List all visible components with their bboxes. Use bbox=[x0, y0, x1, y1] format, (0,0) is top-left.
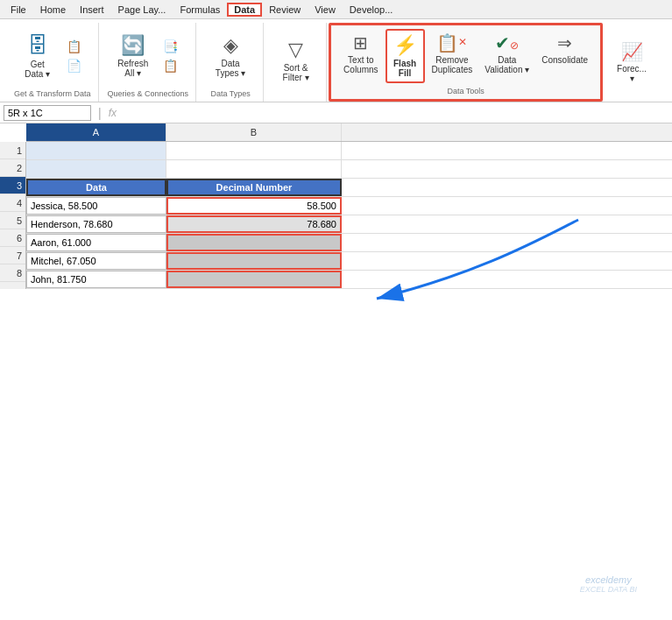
menu-insert[interactable]: Insert bbox=[73, 3, 111, 17]
filter-icon: ▽ bbox=[288, 39, 303, 61]
menu-developer[interactable]: Develop... bbox=[343, 3, 400, 17]
refresh-all-button[interactable]: 🔄 RefreshAll ▾ bbox=[112, 31, 153, 81]
fx-label: fx bbox=[109, 107, 117, 119]
row-header-1: 1 bbox=[0, 142, 25, 159]
text-to-columns-label: Text toColumns bbox=[343, 55, 378, 74]
cell-a3-header[interactable]: Data bbox=[26, 179, 166, 196]
grid-cells: Data Decimal Number Jessica, 58.500 58.5… bbox=[26, 142, 672, 289]
properties-icon: 📋 bbox=[163, 59, 178, 73]
row-header-3: 3 bbox=[0, 177, 25, 194]
ribbon-group-data-tools: ⊞ Text toColumns ⚡ FlashFill 📋✕ RemoveDu… bbox=[329, 23, 603, 102]
data-validation-button[interactable]: ✔⊘ DataValidation ▾ bbox=[479, 29, 534, 78]
cell-a8[interactable]: John, 81.750 bbox=[26, 271, 166, 288]
col-header-a: A bbox=[26, 123, 166, 141]
row-header-8: 8 bbox=[0, 264, 25, 282]
flash-fill-button[interactable]: ⚡ FlashFill bbox=[386, 29, 425, 83]
watermark: exceldemy EXCEL DATA BI bbox=[580, 574, 637, 594]
queries-buttons: 🔄 RefreshAll ▾ 📑 📋 bbox=[112, 26, 183, 86]
cell-a2[interactable] bbox=[26, 160, 166, 178]
cell-b8[interactable] bbox=[166, 271, 342, 288]
ribbon: 🗄 GetData ▾ 📋 📄 Get & Transform Data bbox=[0, 19, 672, 102]
forecast-icon: 📈 bbox=[621, 41, 643, 62]
menu-page-layout[interactable]: Page Lay... bbox=[111, 3, 173, 17]
ribbon-group-data-types: ◈ DataTypes ▾ Data Types bbox=[198, 23, 264, 102]
data-types-buttons: ◈ DataTypes ▾ bbox=[210, 26, 251, 86]
ribbon-group-forecast: 📈 Forec...▾ bbox=[605, 23, 659, 102]
queries-connections-button[interactable]: 📑 bbox=[157, 38, 183, 55]
refresh-icon: 🔄 bbox=[121, 34, 145, 57]
get-transform-buttons: 🗄 GetData ▾ 📋 📄 bbox=[18, 26, 87, 86]
consolidate-icon: ⇒ bbox=[557, 32, 572, 53]
refresh-all-label: RefreshAll ▾ bbox=[117, 59, 148, 78]
main-layout: File Home Insert Page Lay... Formulas Da… bbox=[0, 0, 672, 620]
menu-data[interactable]: Data bbox=[227, 3, 262, 17]
data-types-title: Data Types bbox=[210, 86, 250, 98]
grid-row-5: Henderson, 78.680 78.680 bbox=[26, 215, 672, 234]
cell-a7[interactable]: Mitchel, 67.050 bbox=[26, 252, 166, 270]
cell-b4[interactable]: 58.500 bbox=[166, 197, 342, 215]
get-data-label: GetData ▾ bbox=[25, 60, 50, 79]
data-tools-title: Data Tools bbox=[447, 83, 484, 95]
text-to-columns-button[interactable]: ⊞ Text toColumns bbox=[338, 29, 383, 78]
cell-a5[interactable]: Henderson, 78.680 bbox=[26, 215, 166, 233]
watermark-sub: EXCEL DATA BI bbox=[580, 585, 637, 594]
consolidate-button[interactable]: ⇒ Consolidate bbox=[536, 29, 593, 68]
menu-view[interactable]: View bbox=[308, 3, 343, 17]
queries-side-buttons: 📑 📋 bbox=[157, 38, 183, 74]
flash-fill-label: FlashFill bbox=[393, 59, 416, 78]
formula-bar: | fx bbox=[0, 102, 672, 123]
cell-b1[interactable] bbox=[166, 142, 342, 159]
ribbon-group-sort-filter: ▽ Sort &Filter ▾ bbox=[265, 23, 327, 102]
cell-a6[interactable]: Aaron, 61.000 bbox=[26, 234, 166, 251]
from-table-button[interactable]: 📋 bbox=[60, 38, 87, 55]
remove-duplicates-label: RemoveDuplicates bbox=[432, 55, 473, 74]
text-to-columns-icon: ⊞ bbox=[353, 32, 368, 53]
recent-sources-button[interactable]: 📄 bbox=[60, 57, 87, 74]
sort-filter-buttons: ▽ Sort &Filter ▾ bbox=[276, 26, 315, 95]
sort-filter-label: Sort &Filter ▾ bbox=[283, 63, 309, 82]
col-header-b: B bbox=[166, 123, 342, 141]
get-data-button[interactable]: 🗄 GetData ▾ bbox=[18, 30, 57, 82]
recent-icon: 📄 bbox=[67, 59, 81, 73]
cell-b2[interactable] bbox=[166, 160, 342, 178]
queries-icon: 📑 bbox=[163, 39, 178, 53]
forecast-label: Forec...▾ bbox=[617, 64, 647, 83]
formula-separator: | bbox=[95, 106, 105, 120]
properties-button[interactable]: 📋 bbox=[157, 57, 183, 74]
table-icon: 📋 bbox=[67, 39, 81, 53]
cell-b7[interactable] bbox=[166, 252, 342, 270]
data-types-label: DataTypes ▾ bbox=[216, 59, 245, 78]
grid-row-8: John, 81.750 bbox=[26, 271, 672, 289]
ribbon-group-get-transform: 🗄 GetData ▾ 📋 📄 Get & Transform Data bbox=[7, 23, 99, 102]
grid-row-3: Data Decimal Number bbox=[26, 179, 672, 197]
menu-formulas[interactable]: Formulas bbox=[173, 3, 227, 17]
menu-file[interactable]: File bbox=[4, 3, 33, 17]
name-box[interactable] bbox=[4, 105, 91, 121]
forecast-buttons: 📈 Forec...▾ bbox=[612, 26, 652, 98]
sheet-container: A B 1 2 3 4 5 6 7 8 bbox=[0, 123, 672, 620]
grid-row-2 bbox=[26, 160, 672, 179]
row-header-7: 7 bbox=[0, 247, 25, 264]
grid-row-1 bbox=[26, 142, 672, 160]
cell-b6[interactable] bbox=[166, 234, 342, 251]
remove-duplicates-button[interactable]: 📋✕ RemoveDuplicates bbox=[427, 29, 478, 78]
ribbon-content: 🗄 GetData ▾ 📋 📄 Get & Transform Data bbox=[0, 23, 672, 102]
row-header-2: 2 bbox=[0, 159, 25, 177]
consolidate-label: Consolidate bbox=[541, 55, 588, 65]
cell-b5[interactable]: 78.680 bbox=[166, 215, 342, 233]
data-types-icon: ◈ bbox=[223, 34, 238, 57]
menu-home[interactable]: Home bbox=[33, 3, 73, 17]
menu-review[interactable]: Review bbox=[262, 3, 308, 17]
col-header-row: A B bbox=[26, 123, 672, 142]
cell-b3-header[interactable]: Decimal Number bbox=[166, 179, 342, 196]
data-validation-label: DataValidation ▾ bbox=[485, 55, 529, 74]
menu-bar: File Home Insert Page Lay... Formulas Da… bbox=[0, 0, 672, 19]
sort-filter-button[interactable]: ▽ Sort &Filter ▾ bbox=[276, 35, 315, 86]
watermark-text: exceldemy bbox=[580, 574, 637, 585]
cell-a4[interactable]: Jessica, 58.500 bbox=[26, 197, 166, 215]
get-data-icon: 🗄 bbox=[27, 33, 48, 58]
cell-a1[interactable] bbox=[26, 142, 166, 159]
remove-duplicates-icon: 📋✕ bbox=[436, 32, 467, 53]
forecast-button[interactable]: 📈 Forec...▾ bbox=[612, 38, 652, 87]
data-types-button[interactable]: ◈ DataTypes ▾ bbox=[210, 31, 251, 81]
